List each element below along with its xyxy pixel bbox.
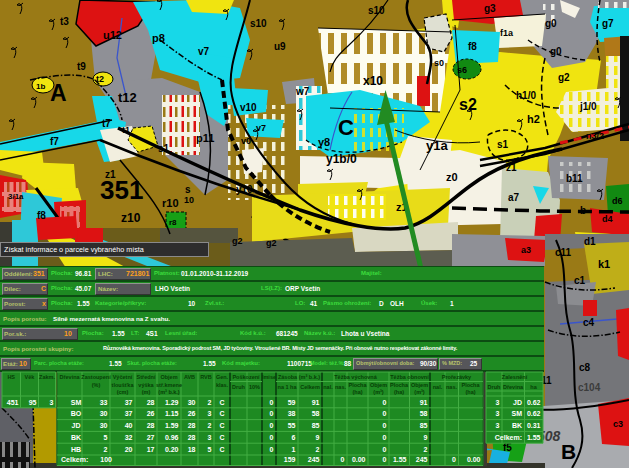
svg-text:3: 3	[496, 399, 500, 406]
svg-text:Imise: Imise	[262, 374, 276, 380]
svg-text:2: 2	[208, 422, 212, 429]
svg-text:Těžba výchovná: Těžba výchovná	[334, 374, 377, 380]
svg-text:JD: JD	[513, 399, 522, 406]
svg-text:0: 0	[270, 410, 274, 417]
svg-text:C: C	[219, 410, 224, 417]
svg-text:C: C	[219, 434, 224, 441]
svg-text:3: 3	[496, 422, 500, 429]
svg-text:1.59: 1.59	[165, 422, 179, 429]
svg-text:nal.: nal.	[323, 384, 333, 390]
svg-text:JD: JD	[72, 422, 81, 429]
svg-text:5: 5	[104, 434, 108, 441]
svg-text:C: C	[219, 446, 224, 453]
svg-text:(m³): (m³)	[373, 389, 384, 395]
svg-text:tloušťka: tloušťka	[112, 382, 135, 388]
svg-text:HS: HS	[7, 374, 15, 380]
svg-text:0: 0	[383, 410, 387, 417]
svg-text:nal.: nal.	[433, 384, 443, 390]
svg-text:30: 30	[100, 410, 108, 417]
svg-text:245: 245	[416, 456, 428, 463]
svg-text:95: 95	[29, 399, 37, 406]
svg-text:0: 0	[270, 434, 274, 441]
svg-text:Objem: Objem	[370, 382, 387, 388]
svg-text:nas.: nas.	[446, 384, 457, 390]
svg-text:(m): (m)	[142, 389, 151, 395]
svg-text:1.29: 1.29	[165, 399, 179, 406]
svg-text:0: 0	[383, 422, 387, 429]
svg-text:(ha): (ha)	[394, 389, 404, 395]
svg-text:28: 28	[188, 422, 196, 429]
svg-text:Objem: Objem	[411, 382, 428, 388]
svg-text:6: 6	[292, 434, 296, 441]
svg-text:27: 27	[147, 434, 155, 441]
svg-text:0: 0	[383, 446, 387, 453]
svg-text:Výčetní: Výčetní	[113, 374, 133, 380]
svg-text:0.00: 0.00	[352, 456, 366, 463]
svg-text:59: 59	[288, 399, 296, 406]
svg-text:BK: BK	[512, 422, 522, 429]
svg-text:Objem: Objem	[160, 374, 177, 380]
svg-text:17: 17	[147, 446, 155, 453]
svg-text:0: 0	[270, 399, 274, 406]
svg-text:0.62: 0.62	[527, 410, 541, 417]
svg-text:20: 20	[125, 446, 133, 453]
svg-text:38: 38	[288, 410, 296, 417]
svg-text:28: 28	[147, 399, 155, 406]
svg-text:Dřevina: Dřevina	[59, 374, 80, 380]
svg-text:30: 30	[188, 399, 196, 406]
svg-text:Těžba obnovní: Těžba obnovní	[390, 374, 429, 380]
svg-text:0.96: 0.96	[165, 434, 179, 441]
svg-text:28: 28	[188, 434, 196, 441]
svg-text:85: 85	[420, 422, 428, 429]
svg-text:Zalesnění: Zalesnění	[502, 374, 528, 380]
svg-text:Celkem:: Celkem:	[61, 456, 88, 463]
svg-text:C: C	[219, 422, 224, 429]
svg-text:BK: BK	[71, 434, 81, 441]
svg-text:0: 0	[383, 399, 387, 406]
svg-text:3: 3	[208, 410, 212, 417]
svg-text:(%): (%)	[92, 382, 101, 388]
svg-text:26: 26	[188, 410, 196, 417]
svg-text:Střední: Střední	[137, 374, 156, 380]
svg-text:100: 100	[100, 456, 112, 463]
svg-text:1.55: 1.55	[527, 434, 541, 441]
svg-text:nas.: nas.	[335, 384, 346, 390]
svg-text:91: 91	[312, 399, 320, 406]
svg-text:91: 91	[420, 399, 428, 406]
svg-text:0: 0	[383, 456, 387, 463]
svg-text:1: 1	[292, 446, 296, 453]
svg-text:0: 0	[452, 456, 456, 463]
svg-text:2: 2	[316, 446, 320, 453]
svg-text:40: 40	[125, 422, 133, 429]
svg-text:5: 5	[208, 446, 212, 453]
svg-text:klas.: klas.	[216, 382, 229, 388]
svg-text:1.15: 1.15	[165, 410, 179, 417]
svg-text:Druh: Druh	[488, 384, 501, 390]
svg-text:(m³ b.k.): (m³ b.k.)	[158, 389, 180, 395]
svg-text:85: 85	[312, 422, 320, 429]
svg-text:Gen.: Gen.	[216, 374, 229, 380]
svg-text:9: 9	[316, 434, 320, 441]
svg-text:30: 30	[100, 422, 108, 429]
svg-text:Věk: Věk	[25, 374, 36, 380]
svg-text:Zastoupení: Zastoupení	[81, 374, 111, 380]
svg-text:0: 0	[270, 446, 274, 453]
svg-text:Poškození: Poškození	[232, 374, 260, 380]
svg-text:55: 55	[288, 422, 296, 429]
svg-text:1.55: 1.55	[393, 456, 407, 463]
svg-text:Druh: Druh	[232, 384, 245, 390]
svg-text:HB: HB	[71, 446, 81, 453]
svg-text:stř.kmene: stř.kmene	[156, 382, 182, 388]
svg-text:výška: výška	[138, 382, 154, 388]
svg-text:9: 9	[424, 434, 428, 441]
svg-text:Dřevina: Dřevina	[503, 384, 524, 390]
svg-text:C: C	[219, 399, 224, 406]
svg-text:0.31: 0.31	[527, 422, 541, 429]
svg-text:2: 2	[424, 446, 428, 453]
svg-text:SM: SM	[71, 399, 82, 406]
svg-text:0: 0	[383, 434, 387, 441]
svg-text:3: 3	[208, 434, 212, 441]
svg-text:Plocha: Plocha	[461, 382, 480, 388]
svg-text:SM: SM	[512, 410, 523, 417]
svg-text:58: 58	[312, 410, 320, 417]
